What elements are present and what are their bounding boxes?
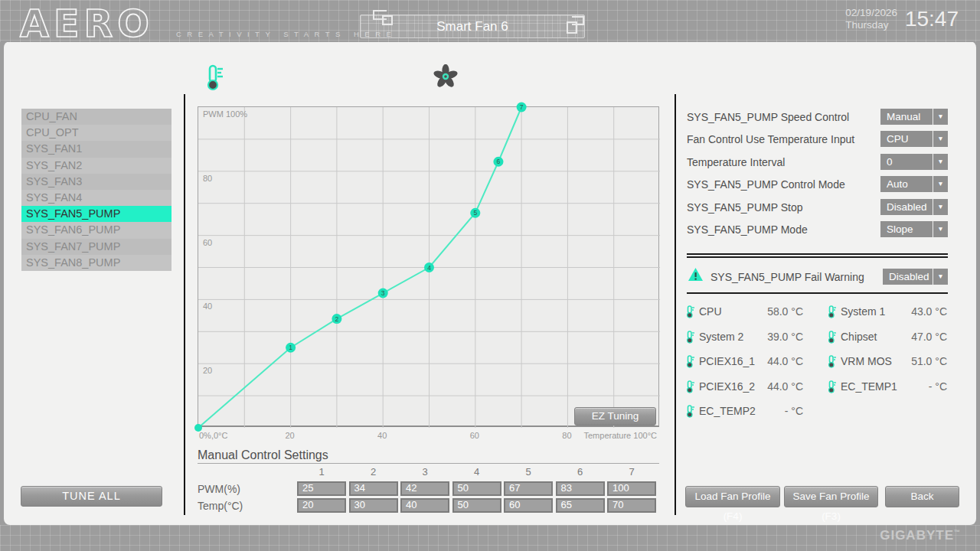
manual-cell[interactable]: 20 xyxy=(297,498,346,513)
profile-buttons: Load Fan Profile (F4)Save Fan Profile (F… xyxy=(685,486,961,507)
curve-point-number: 6 xyxy=(497,158,501,165)
setting-dropdown[interactable]: CPU▼ xyxy=(880,131,948,147)
setting-value: Manual xyxy=(880,111,933,122)
fan-list-item[interactable]: SYS_FAN1 xyxy=(21,141,172,157)
manual-cell[interactable]: 65 xyxy=(556,498,605,513)
sensor-name: VRM MOS xyxy=(841,355,892,368)
setting-label: SYS_FAN5_PUMP Control Mode xyxy=(687,178,845,191)
manual-row-label: Temp(°C) xyxy=(198,500,243,512)
sensor-name: CPU xyxy=(699,305,722,318)
fail-warning-section: SYS_FAN5_PUMP Fail Warning Disabled ▼ xyxy=(687,253,948,295)
manual-cell[interactable]: 40 xyxy=(400,498,449,513)
manual-cell[interactable]: 30 xyxy=(349,498,398,513)
thermometer-mini-icon xyxy=(827,380,836,393)
fan-curve-svg: 1234567 xyxy=(198,107,660,428)
fail-warning-dropdown[interactable]: Disabled ▼ xyxy=(883,269,948,285)
fail-warning-value: Disabled xyxy=(883,271,933,282)
fan-list-item[interactable]: SYS_FAN2 xyxy=(21,158,172,174)
ez-tuning-button[interactable]: EZ Tuning xyxy=(574,407,656,425)
manual-cell[interactable]: 67 xyxy=(504,481,553,496)
sensor-row: VRM MOS51.0 °C xyxy=(827,354,947,368)
sensor-name: PCIEX16_1 xyxy=(699,355,755,368)
tune-all-button[interactable]: TUNE ALL xyxy=(21,486,162,507)
manual-control-rule xyxy=(198,463,659,464)
thermometer-mini-icon xyxy=(827,331,836,344)
chevron-down-icon: ▼ xyxy=(933,199,948,215)
aero-logo: AERO xyxy=(18,2,172,41)
chevron-down-icon: ▼ xyxy=(933,154,948,170)
thermometer-mini-icon xyxy=(685,331,694,344)
warning-icon xyxy=(688,267,704,282)
chevron-down-icon: ▼ xyxy=(933,221,948,237)
setting-row: SYS_FAN5_PUMP Speed ControlManual▼ xyxy=(687,109,948,125)
fan-curve-chart[interactable]: 1234567 PWM 100%80604020 xyxy=(198,106,659,427)
chart-xtick: 60 xyxy=(463,431,486,440)
setting-row: Fan Control Use Temperature InputCPU▼ xyxy=(687,131,948,147)
fan-list-item[interactable]: SYS_FAN4 xyxy=(21,190,172,206)
chevron-down-icon: ▼ xyxy=(933,269,948,285)
setting-value: 0 xyxy=(880,156,933,168)
setting-dropdown[interactable]: Manual▼ xyxy=(880,109,948,125)
setting-dropdown[interactable]: 0▼ xyxy=(880,154,948,170)
manual-cell[interactable]: 70 xyxy=(607,498,656,513)
manual-cell[interactable]: 50 xyxy=(452,498,501,513)
sensor-name: System 1 xyxy=(841,305,885,318)
chart-ytick: 40 xyxy=(203,302,212,311)
sensor-row: CPU58.0 °C xyxy=(685,305,803,318)
sensor-row: EC_TEMP1- °C xyxy=(827,380,947,393)
fan-list-item[interactable]: SYS_FAN6_PUMP xyxy=(21,222,172,238)
chart-ytick: 80 xyxy=(203,174,212,183)
sensor-name: Chipset xyxy=(841,331,877,344)
setting-dropdown[interactable]: Disabled▼ xyxy=(880,199,948,215)
sensor-name: EC_TEMP1 xyxy=(841,380,897,393)
manual-cell[interactable]: 25 xyxy=(297,481,346,496)
curve-point-number: 5 xyxy=(473,209,477,217)
setting-label: SYS_FAN5_PUMP Mode xyxy=(687,223,808,236)
setting-row: Temperature Interval0▼ xyxy=(687,154,948,170)
page-title: Smart Fan 6 xyxy=(360,15,585,38)
save-fan-profile-button[interactable]: Save Fan Profile (F3) xyxy=(784,486,878,507)
sensor-row: System 239.0 °C xyxy=(685,330,803,344)
fan-list-item[interactable]: SYS_FAN7_PUMP xyxy=(21,239,172,255)
thermometer-mini-icon xyxy=(685,405,694,418)
manual-cell[interactable]: 83 xyxy=(556,481,605,496)
setting-row: SYS_FAN5_PUMP Control ModeAuto▼ xyxy=(687,176,948,192)
fan-list-item[interactable]: CPU_OPT xyxy=(21,125,172,141)
setting-label: Temperature Interval xyxy=(687,156,785,168)
fan-list-item[interactable]: SYS_FAN8_PUMP xyxy=(21,255,172,271)
setting-dropdown[interactable]: Auto▼ xyxy=(880,176,948,192)
chart-xtick: 40 xyxy=(371,431,394,440)
divider-left xyxy=(184,94,185,515)
setting-dropdown[interactable]: Slope▼ xyxy=(880,221,948,237)
chart-ytick: 20 xyxy=(203,366,212,375)
fan-list-item[interactable]: SYS_FAN5_PUMP xyxy=(21,206,172,222)
fail-warning-bottom-rule xyxy=(687,292,948,294)
manual-cell[interactable]: 60 xyxy=(504,498,553,513)
manual-column-header: 1 xyxy=(297,466,346,478)
manual-cell[interactable]: 100 xyxy=(607,481,656,496)
fan-list-item[interactable]: CPU_FAN xyxy=(21,109,172,125)
sensor-row: System 143.0 °C xyxy=(827,305,947,318)
sensor-value: 39.0 °C xyxy=(767,331,803,344)
thermometer-mini-icon xyxy=(685,355,694,368)
setting-label: SYS_FAN5_PUMP Stop xyxy=(687,201,802,214)
manual-cell[interactable]: 42 xyxy=(400,481,449,496)
setting-value: Slope xyxy=(880,223,933,235)
manual-control-title: Manual Control Settings xyxy=(198,448,659,462)
manual-column-header: 5 xyxy=(504,466,553,478)
curve-point-number: 7 xyxy=(520,103,524,111)
aero-logo-text: AERO xyxy=(20,2,154,41)
load-fan-profile-button[interactable]: Load Fan Profile (F4) xyxy=(685,486,780,507)
manual-column-header: 3 xyxy=(400,466,449,478)
manual-cell[interactable]: 34 xyxy=(349,481,398,496)
sensor-value: 44.0 °C xyxy=(767,380,803,393)
manual-cell[interactable]: 50 xyxy=(452,481,501,496)
divider-right xyxy=(675,94,676,515)
date-label: 02/19/2026 xyxy=(845,7,897,19)
manual-column-header: 4 xyxy=(452,466,501,478)
fan-list-item[interactable]: SYS_FAN3 xyxy=(21,174,172,190)
back-button[interactable]: Back xyxy=(885,486,959,507)
fail-warning-top-rule-2 xyxy=(687,256,948,258)
sensor-name: PCIEX16_2 xyxy=(699,380,755,393)
chevron-down-icon: ▼ xyxy=(933,131,948,147)
